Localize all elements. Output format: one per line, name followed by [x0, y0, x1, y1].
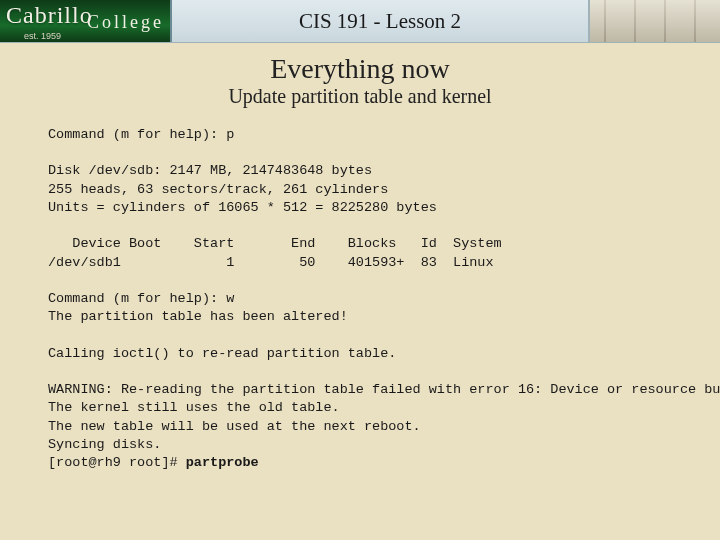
header-banner: Cabrillo College est. 1959 CIS 191 - Les…: [0, 0, 720, 43]
term-line: The kernel still uses the old table.: [48, 400, 340, 415]
term-table-header: Device Boot Start End Blocks Id System: [48, 236, 502, 251]
heading-main: Everything now: [0, 53, 720, 85]
term-line: Calling ioctl() to re-read partition tab…: [48, 346, 396, 361]
term-line: Disk /dev/sdb: 2147 MB, 2147483648 bytes: [48, 163, 372, 178]
term-line: Syncing disks.: [48, 437, 161, 452]
term-line: Command (m for help): p: [48, 127, 234, 142]
terminal-output: Command (m for help): p Disk /dev/sdb: 2…: [48, 126, 720, 472]
term-warning: WARNING: Re-reading the partition table …: [48, 382, 720, 397]
heading-sub: Update partition table and kernel: [0, 85, 720, 108]
term-line: Command (m for help): w: [48, 291, 234, 306]
term-root-command: partprobe: [186, 455, 259, 470]
logo-est-text: est. 1959: [24, 31, 61, 41]
logo-script-text: Cabrillo: [6, 2, 93, 29]
term-line: The partition table has been altered!: [48, 309, 348, 324]
lesson-title: CIS 191 - Lesson 2: [172, 9, 588, 34]
term-line: Units = cylinders of 16065 * 512 = 82252…: [48, 200, 437, 215]
logo-serif-text: College: [87, 12, 164, 33]
banner-photo: [588, 0, 720, 42]
term-root-prompt: [root@rh9 root]#: [48, 455, 186, 470]
term-line: The new table will be used at the next r…: [48, 419, 421, 434]
term-table-row: /dev/sdb1 1 50 401593+ 83 Linux: [48, 255, 494, 270]
slide-root: Cabrillo College est. 1959 CIS 191 - Les…: [0, 0, 720, 540]
content-area: Everything now Update partition table an…: [0, 43, 720, 472]
term-line: 255 heads, 63 sectors/track, 261 cylinde…: [48, 182, 388, 197]
college-logo: Cabrillo College est. 1959: [0, 0, 172, 42]
